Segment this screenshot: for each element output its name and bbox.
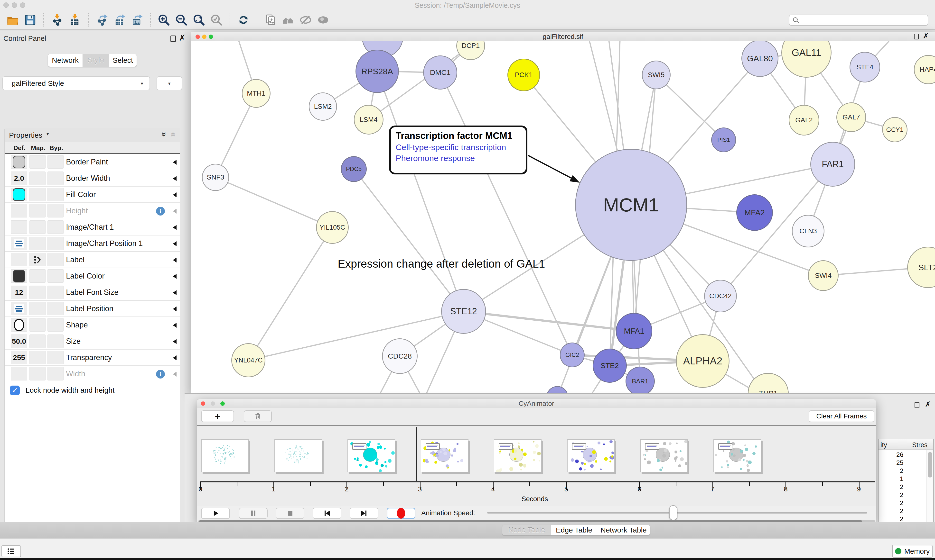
network-node-GIC2[interactable]: GIC2 [560,343,585,367]
animation-frame-5[interactable] [567,439,615,472]
network-node-YNL047C[interactable]: YNL047C [231,343,265,377]
bypass-cell[interactable] [48,351,63,364]
property-row[interactable]: 50.0Size [5,333,180,349]
network-node-SWI5[interactable]: SWI5 [642,61,671,89]
default-value-cell[interactable]: 2.0 [11,171,27,185]
annotation-link[interactable]: Pheromone response [396,154,521,163]
zoom-out-button[interactable] [174,13,189,27]
bypass-cell[interactable] [48,204,63,217]
tab-node-table[interactable]: Node Table [502,525,551,535]
skip-to-start-button[interactable] [313,508,341,519]
info-icon[interactable]: i [156,207,165,215]
network-canvas[interactable]: RPS28BDCP1PCK1SWI5GAL80GAL11STE4HAP4RPS2… [191,41,935,394]
property-row[interactable]: Shape [5,317,180,333]
network-node-CDC28[interactable]: CDC28 [382,338,418,374]
network-node-YIL105C[interactable]: YIL105C [316,211,349,244]
property-row[interactable]: Widthi [5,366,180,382]
network-node-SNF3[interactable]: SNF3 [202,164,229,191]
pause-button[interactable] [239,508,268,519]
style-selector[interactable]: galFiltered Style ▾ [2,76,150,90]
expand-arrow-icon[interactable] [173,339,176,344]
network-node-ALPHA2[interactable]: ALPHA2 [676,334,730,388]
network-node-FAR1[interactable]: FAR1 [810,142,855,186]
table-panel-close-button[interactable]: ✗ [925,401,931,408]
network-node-GCY1[interactable]: GCY1 [882,117,907,142]
expand-arrow-icon[interactable] [173,176,176,181]
zoom-in-button[interactable] [157,13,171,27]
default-value-cell[interactable] [11,204,27,217]
network-node-PIS1[interactable]: PIS1 [711,128,736,152]
property-row[interactable]: Label Position [5,301,180,317]
expand-arrow-icon[interactable] [173,192,176,197]
table-scrollbar[interactable] [926,450,933,523]
network-node-LSM4[interactable]: LSM4 [354,105,384,134]
control-panel-float-button[interactable] [170,35,176,42]
bypass-cell[interactable] [48,286,63,299]
bypass-cell[interactable] [48,302,63,315]
default-value-cell[interactable] [11,220,27,234]
timeline-playhead[interactable] [416,427,417,481]
import-table-button[interactable] [68,13,82,27]
network-node-GAL80[interactable]: GAL80 [741,41,778,77]
expand-arrow-icon[interactable] [173,323,176,328]
mapping-cell[interactable] [29,155,46,169]
network-node-BAR1[interactable]: BAR1 [625,366,655,394]
table-cell-value[interactable]: 26 [878,451,903,458]
bypass-cell[interactable] [48,220,63,234]
table-cell-value[interactable]: 2 [878,491,903,499]
zoom-selected-button[interactable] [209,13,224,27]
tab-edge-table[interactable]: Edge Table [551,525,597,535]
property-row[interactable]: Fill Color [5,186,180,203]
table-cell-value[interactable]: 25 [878,459,903,466]
mapping-cell[interactable] [29,302,46,315]
table-cell-value[interactable]: 2 [878,499,903,507]
network-close-x-button[interactable]: ✗ [923,33,929,39]
animation-frame-6[interactable] [640,439,688,472]
network-node-LSM2[interactable]: LSM2 [309,92,337,121]
export-image-button[interactable] [130,13,144,27]
cyanimator-timeline[interactable]: 0123456789 Seconds [197,426,876,506]
network-node-PDC5[interactable]: PDC5 [341,156,367,182]
animation-frame-3[interactable] [421,439,469,472]
annotation-box[interactable]: Transcription factor MCM1 Cell-type-spec… [389,126,528,174]
bypass-cell[interactable] [48,155,63,169]
save-session-button[interactable] [23,13,37,27]
animation-frame-4[interactable] [494,439,542,472]
collapse-all-icon[interactable]: « [169,132,179,137]
clear-all-frames-button[interactable]: Clear All Frames [808,411,874,422]
export-table-button[interactable] [112,13,127,27]
annotation-link[interactable]: Cell-type-specific transcription [396,143,521,152]
bypass-cell[interactable] [48,269,63,283]
default-value-cell[interactable] [11,155,27,169]
expand-arrow-icon[interactable] [173,355,176,360]
play-button[interactable] [201,508,230,519]
animation-frame-1[interactable] [275,439,322,472]
property-row[interactable]: 2.0Border Width [5,170,180,186]
mapping-cell[interactable] [29,351,46,364]
add-frame-button[interactable]: + [201,411,234,422]
zoom-fit-button[interactable] [191,13,206,27]
chevron-down-icon[interactable]: ▾ [46,131,49,137]
property-row[interactable]: Image/Chart Position 1 [5,235,180,252]
property-row[interactable]: 12Label Font Size [5,285,180,301]
show-all-button[interactable] [316,13,330,27]
refresh-button[interactable] [236,13,251,27]
network-node-PCK1[interactable]: PCK1 [508,58,540,91]
network-node-GAL7[interactable]: GAL7 [836,102,866,132]
mapping-cell[interactable] [29,367,46,380]
property-row[interactable]: Label Color [5,268,180,285]
bypass-cell[interactable] [48,318,63,332]
network-window-titlebar[interactable]: galFiltered.sif ✗ [191,32,935,41]
default-value-cell[interactable] [11,269,27,283]
network-node-SWI4[interactable]: SWI4 [808,260,839,291]
default-value-cell[interactable] [11,302,27,315]
skip-to-end-button[interactable] [350,508,378,519]
expand-arrow-icon[interactable] [173,225,176,230]
mapping-cell[interactable] [29,220,46,234]
expand-arrow-icon[interactable] [173,372,176,377]
expand-arrow-icon[interactable] [173,258,176,263]
style-options-button[interactable]: ▾ [157,76,182,90]
mapping-cell[interactable] [29,286,46,299]
info-icon[interactable]: i [156,370,165,378]
import-network-button[interactable] [50,13,65,27]
